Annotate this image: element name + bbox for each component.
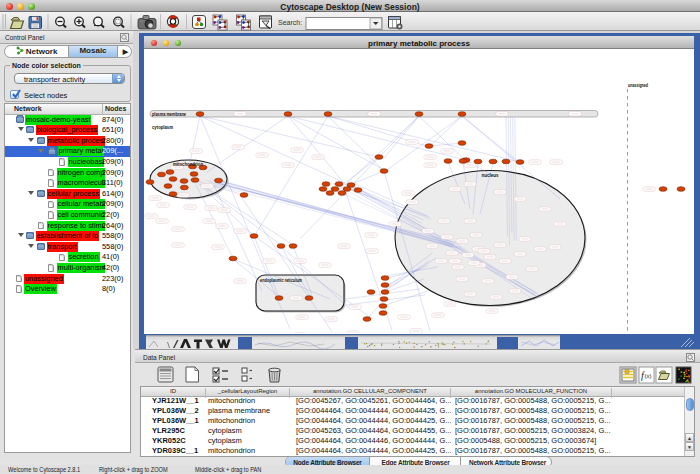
svg-text:cytoplasm: cytoplasm: [152, 125, 173, 130]
svg-text:plasma membrane: plasma membrane: [152, 111, 186, 116]
svg-text:Search:: Search:: [278, 19, 302, 26]
svg-text:endoplasmic reticulum: endoplasmic reticulum: [260, 277, 302, 282]
svg-text:mitochondrion: mitochondrion: [173, 161, 203, 166]
svg-text:unassigned: unassigned: [628, 82, 648, 87]
svg-text:(x): (x): [645, 373, 652, 379]
svg-text:nucleus: nucleus: [482, 172, 499, 177]
